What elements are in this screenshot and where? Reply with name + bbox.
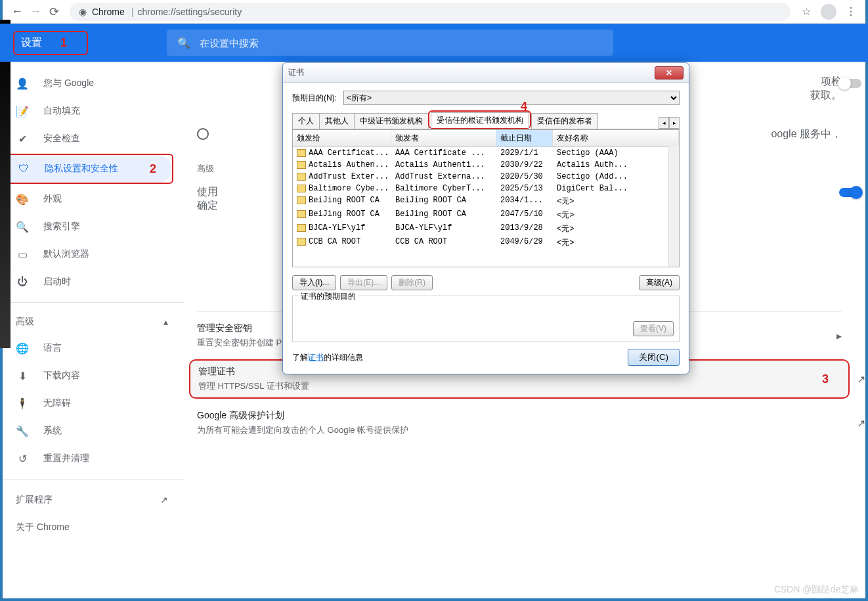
cert-list-header: 颁发给 颁发者 截止日期 友好名称 [293, 130, 679, 147]
learn-more-suffix: 的详细信息 [324, 352, 363, 363]
intended-purpose-select[interactable]: <所有> [343, 91, 680, 105]
search-icon: 🔍 [177, 37, 190, 49]
row-google-advanced-protection[interactable]: Google 高级保护计划 为所有可能会遭到定向攻击的个人 Google 帐号提… [197, 399, 842, 447]
col-friendly-name[interactable]: 友好名称 [553, 130, 679, 146]
certificates-dialog: 证书 ✕ 预期目的(N): <所有> 个人 其他人 中级证书颁发机构 4 受信任… [282, 62, 689, 374]
list-scrollbar[interactable] [668, 146, 679, 267]
col-issued-by[interactable]: 颁发者 [391, 130, 496, 146]
tab-intermediate-ca[interactable]: 中级证书颁发机构 [354, 113, 429, 129]
certificate-list[interactable]: 颁发给 颁发者 截止日期 友好名称 AAA Certificat...AAA C… [292, 129, 680, 267]
tab-other-people[interactable]: 其他人 [319, 113, 355, 129]
import-button[interactable]: 导入(I)... [292, 275, 336, 290]
dialog-close-button[interactable]: ✕ [655, 66, 684, 79]
intended-purpose-label: 预期目的(N): [292, 93, 337, 104]
cert-intended-purpose-box: 证书的预期目的 查看(V) [292, 296, 680, 342]
advanced-button[interactable]: 高级(A) [639, 275, 680, 290]
certificate-icon [297, 185, 306, 192]
view-button[interactable]: 查看(V) [633, 321, 674, 336]
desktop-taskbar-hint [0, 20, 11, 348]
certificate-icon [297, 149, 306, 157]
partial-text: 获取。 [810, 89, 842, 100]
tab-scroll-right[interactable]: ▸ [669, 117, 680, 129]
certificate-icon [297, 173, 306, 181]
annotation-number-3: 3 [822, 372, 829, 386]
cert-row[interactable]: BeiJing ROOT CABeiJing ROOT CA2047/5/10<… [293, 208, 679, 222]
external-link-icon: ↗ [857, 417, 865, 430]
cert-row[interactable]: BeiJing ROOT CABeiJing ROOT CA2034/1...<… [293, 194, 679, 208]
cert-row[interactable]: Actalis Authen...Actalis Authenti...2030… [293, 159, 679, 171]
settings-header: 设置 1 🔍 [0, 24, 868, 62]
cert-row[interactable]: Baltimore Cybe...Baltimore CyberT...2025… [293, 183, 679, 194]
certificate-icon [297, 238, 306, 246]
tab-scroll-left[interactable]: ◂ [659, 117, 669, 129]
settings-search[interactable]: 🔍 [167, 30, 613, 56]
radio-button[interactable] [197, 128, 209, 140]
close-button[interactable]: 关闭(C) [628, 349, 680, 366]
col-expiration-date[interactable]: 截止日期 [496, 130, 553, 146]
annotation-box-4: 4 受信任的根证书颁发机构 [428, 110, 531, 129]
export-button[interactable]: 导出(E)... [340, 275, 387, 290]
dialog-titlebar[interactable]: 证书 ✕ [283, 63, 689, 83]
certificate-icon [297, 210, 306, 218]
certificate-icon [297, 196, 306, 204]
dialog-title: 证书 [288, 67, 655, 78]
partial-text: oogle 服务中， [771, 127, 842, 141]
annotation-number-4: 4 [521, 100, 527, 114]
learn-more-link[interactable]: 证书 [308, 352, 324, 363]
col-issued-to[interactable]: 颁发给 [293, 130, 391, 146]
tab-personal[interactable]: 个人 [292, 113, 320, 129]
cert-row[interactable]: AAA Certificat...AAA Certificate ...2029… [293, 147, 679, 159]
external-link-icon: ↗ [857, 373, 865, 386]
settings-search-input[interactable] [200, 37, 603, 49]
toggle-switch[interactable] [839, 79, 861, 88]
certificate-icon [297, 224, 306, 232]
cert-row[interactable]: CCB CA ROOTCCB CA ROOT2049/6/29<无> [293, 236, 679, 250]
annotation-box-1: 设置 1 [13, 31, 88, 55]
tab-trusted-root-ca[interactable]: 受信任的根证书颁发机构 [431, 112, 529, 128]
learn-more-prefix: 了解 [292, 352, 308, 363]
certificate-icon [297, 161, 306, 169]
tab-trusted-publishers[interactable]: 受信任的发布者 [531, 113, 598, 129]
annotation-number-1: 1 [60, 36, 67, 50]
chevron-right-icon: ▸ [836, 330, 842, 342]
watermark: CSDN @蹦跶de芝麻 [774, 584, 859, 596]
delete-button[interactable]: 删除(R) [391, 275, 433, 290]
cert-row[interactable]: BJCA-YLF\ylfBJCA-YLF\ylf2013/9/28<无> [293, 222, 679, 236]
close-icon: ✕ [666, 68, 672, 78]
cert-tabstrip: 个人 其他人 中级证书颁发机构 4 受信任的根证书颁发机构 受信任的发布者 ◂ … [292, 110, 680, 129]
cert-row[interactable]: AddTrust Exter...AddTrust Externa...2020… [293, 171, 679, 183]
toggle-switch[interactable] [839, 188, 861, 197]
settings-title: 设置 [21, 36, 42, 50]
